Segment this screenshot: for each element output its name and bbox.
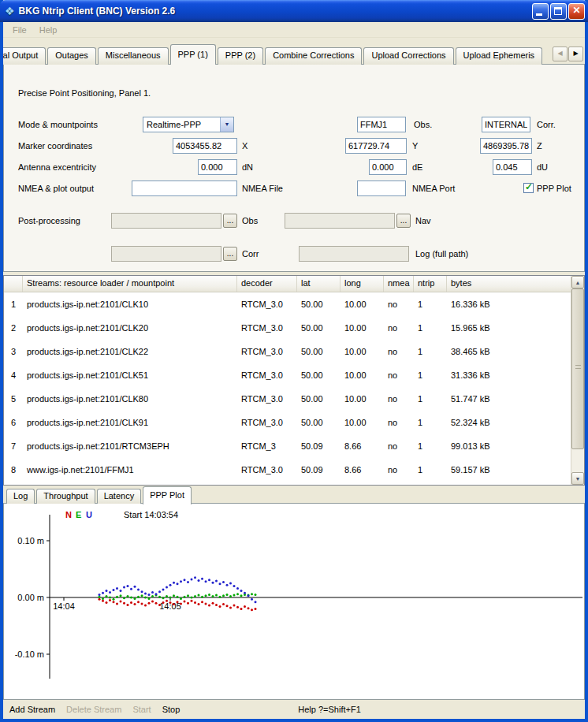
menu-file[interactable]: File <box>8 24 32 36</box>
tab-serial-output[interactable]: Serial Output <box>3 47 46 65</box>
status-bar: Add Stream Delete Stream Start Stop Help… <box>3 700 585 719</box>
minimize-button[interactable] <box>532 3 549 20</box>
minimize-icon <box>536 13 542 16</box>
scroll-up-icon[interactable]: ▲ <box>571 276 584 288</box>
post-nav-field <box>285 213 395 229</box>
streams-scrollbar[interactable]: ▲ ▼ <box>571 276 584 485</box>
stream-row[interactable]: 8www.igs-ip.net:2101/FFMJ1RTCM_3.050.098… <box>4 458 571 482</box>
tab-combine-corrections[interactable]: Combine Corrections <box>265 47 362 65</box>
cell-lat: 50.00 <box>297 300 341 309</box>
add-stream-button[interactable]: Add Stream <box>9 705 55 714</box>
post-obs-browse-button[interactable]: ... <box>223 214 237 228</box>
scroll-down-icon[interactable]: ▼ <box>571 472 584 485</box>
svg-text:14:04: 14:04 <box>53 601 75 611</box>
corr-label: Corr. <box>537 120 556 129</box>
nmea-file-field[interactable] <box>132 180 237 196</box>
cell-lat: 50.00 <box>297 394 341 404</box>
tab-upload-corrections[interactable]: Upload Corrections <box>363 47 453 65</box>
post-corr-label: Corr <box>242 249 259 259</box>
cell-nmea: no <box>384 347 414 356</box>
combo-dropdown-icon[interactable]: ▼ <box>220 117 233 132</box>
stream-row[interactable]: 5products.igs-ip.net:2101/CLK80RTCM_3.05… <box>4 387 571 411</box>
close-button[interactable]: ✕ <box>568 3 585 20</box>
cell-num: 8 <box>4 465 23 475</box>
post-obs-label: Obs <box>242 216 258 225</box>
mode-combobox[interactable]: Realtime-PPP ▼ <box>143 117 234 132</box>
cell-ntrip: 1 <box>414 323 447 333</box>
stream-row[interactable]: 6products.igs-ip.net:2101/CLK91RTCM_3.05… <box>4 411 571 434</box>
tab-strip: Serial OutputOutagesMiscellaneousPPP (1)… <box>3 43 585 65</box>
post-nav-browse-button[interactable]: ... <box>396 214 411 228</box>
ppp-plot-checkbox[interactable] <box>523 183 534 193</box>
header-cell-0 <box>4 276 23 292</box>
cell-long: 10.00 <box>341 370 384 380</box>
cell-bytes: 52.324 kB <box>447 418 571 427</box>
cell-nmea: no <box>384 394 414 404</box>
menu-help[interactable]: Help <box>35 24 62 36</box>
bottom-tab-bar: LogThroughputLatencyPPP Plot <box>6 486 582 504</box>
cell-num: 4 <box>4 370 23 380</box>
bottom-tab-ppp-plot[interactable]: PPP Plot <box>143 486 192 504</box>
cell-bytes: 99.013 kB <box>447 441 571 451</box>
scrollbar-thumb[interactable] <box>571 288 584 449</box>
tab-scroll-right-icon[interactable]: ▶ <box>568 47 583 61</box>
stream-row[interactable]: 3products.igs-ip.net:2101/CLK22RTCM_3.05… <box>4 340 571 363</box>
tab-miscellaneous[interactable]: Miscellaneous <box>98 47 169 65</box>
obs-mountpoint-field[interactable] <box>357 117 406 132</box>
ppp-plot-area: 0.10 m0.00 m-0.10 m14:0414:05NEUStart 14… <box>3 503 585 700</box>
nmea-port-field[interactable] <box>357 180 406 196</box>
dn-label: dN <box>242 162 253 172</box>
tab-ppp-2[interactable]: PPP (2) <box>218 47 263 65</box>
cell-nmea: no <box>384 370 414 380</box>
stream-row[interactable]: 7products.igs-ip.net:2101/RTCM3EPHRTCM_3… <box>4 434 571 458</box>
title-bar[interactable]: ❖ BKG Ntrip Client (BNC) Version 2.6 ✕ <box>0 0 588 22</box>
cell-num: 3 <box>4 347 23 356</box>
tab-ppp-1[interactable]: PPP (1) <box>170 44 216 65</box>
cell-long: 10.00 <box>341 347 384 356</box>
stream-row[interactable]: 2products.igs-ip.net:2101/CLK20RTCM_3.05… <box>4 316 571 340</box>
ppp1-panel: Precise Point Positioning, Panel 1. Mode… <box>3 64 585 272</box>
corr-mountpoint-field[interactable] <box>482 117 530 132</box>
antenna-du-field[interactable] <box>493 159 532 175</box>
nmea-file-label: NMEA File <box>242 184 283 193</box>
bottom-tab-throughput[interactable]: Throughput <box>36 489 95 504</box>
header-cell-2: decoder <box>237 276 297 292</box>
nmea-plot-output-label: NMEA & plot output <box>18 184 94 193</box>
svg-text:U: U <box>86 510 92 519</box>
tab-upload-ephemeris[interactable]: Upload Ephemeris <box>456 47 543 65</box>
start-button[interactable]: Start <box>132 705 151 714</box>
cell-num: 2 <box>4 323 23 333</box>
cell-long: 8.66 <box>341 441 384 451</box>
delete-stream-button[interactable]: Delete Stream <box>66 705 121 714</box>
antenna-dn-field[interactable] <box>198 159 237 175</box>
post-corr-browse-button[interactable]: ... <box>223 247 237 261</box>
stream-row[interactable]: 1products.igs-ip.net:2101/CLK10RTCM_3.05… <box>4 292 571 316</box>
cell-long: 10.00 <box>341 300 384 309</box>
bottom-tab-log[interactable]: Log <box>6 489 35 504</box>
tab-scroll-buttons: ◀ ▶ <box>552 47 583 61</box>
cell-nmea: no <box>384 418 414 427</box>
cell-bytes: 15.965 kB <box>447 323 571 333</box>
tab-bar: Serial OutputOutagesMiscellaneousPPP (1)… <box>3 43 585 65</box>
cell-mp: products.igs-ip.net:2101/CLK10 <box>23 300 237 309</box>
antenna-de-field[interactable] <box>369 159 407 175</box>
marker-z-field[interactable] <box>480 138 532 154</box>
cell-lat: 50.00 <box>297 370 341 380</box>
maximize-button[interactable] <box>550 3 567 20</box>
cell-mp: products.igs-ip.net:2101/CLK20 <box>23 323 237 333</box>
streams-header: Streams: resource loader / mountpointdec… <box>4 276 571 292</box>
cell-mp: products.igs-ip.net:2101/CLK80 <box>23 394 237 404</box>
cell-dec: RTCM_3.0 <box>237 347 297 356</box>
marker-y-field[interactable] <box>345 138 407 154</box>
tab-scroll-left-icon[interactable]: ◀ <box>553 47 568 61</box>
close-icon: ✕ <box>569 5 584 16</box>
bottom-tab-latency[interactable]: Latency <box>97 489 142 504</box>
tab-outages[interactable]: Outages <box>47 47 96 65</box>
marker-coordinates-label: Marker coordinates <box>18 141 92 151</box>
stop-button[interactable]: Stop <box>162 705 180 714</box>
mode-mountpoints-label: Mode & mountpoints <box>18 120 98 129</box>
cell-nmea: no <box>384 441 414 451</box>
cell-bytes: 38.465 kB <box>447 347 571 356</box>
marker-x-field[interactable] <box>173 138 237 154</box>
stream-row[interactable]: 4products.igs-ip.net:2101/CLK51RTCM_3.05… <box>4 363 571 387</box>
